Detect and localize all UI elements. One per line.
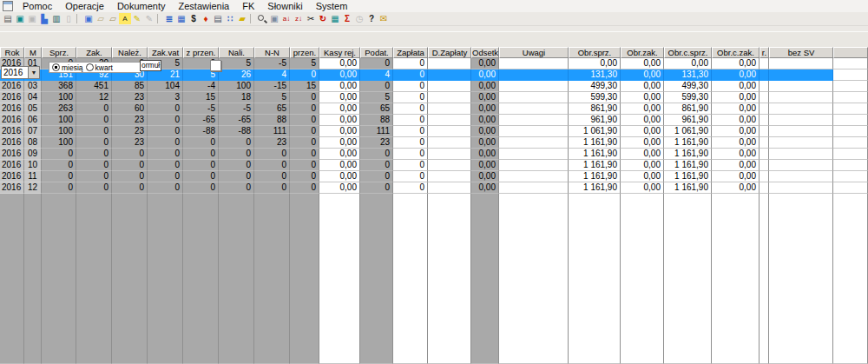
grid-cell[interactable]: 0 — [290, 115, 319, 126]
grid-cell[interactable]: 0,00 — [621, 160, 664, 171]
grid-cell[interactable]: 0,00 — [621, 126, 664, 137]
grid-cell[interactable]: 0 — [290, 160, 319, 171]
menu-item-zestawienia[interactable]: Zestawienia — [173, 1, 237, 11]
grid-cell[interactable]: 10 — [24, 160, 42, 171]
grid-cell[interactable]: 0,00 — [319, 69, 360, 81]
grid-cell[interactable]: 0,00 — [712, 126, 760, 137]
grid-cell[interactable]: 0,00 — [712, 58, 760, 69]
grid-cell[interactable] — [769, 103, 833, 115]
menu-item-pomoc[interactable]: Pomoc — [16, 1, 59, 11]
menu-item-system[interactable]: System — [310, 1, 355, 11]
grid-cell[interactable]: 65 — [360, 103, 393, 115]
col-header-uwagi[interactable]: Uwagi — [499, 47, 569, 58]
grid-cell[interactable]: 0 — [360, 171, 393, 182]
grid-cell[interactable]: 131,30 — [569, 69, 621, 81]
grid-cell[interactable]: 0 — [183, 182, 219, 194]
combobox-dropdown-icon[interactable]: ▼ — [28, 66, 40, 79]
grid-cell[interactable]: 12 — [24, 182, 42, 194]
grid-cell[interactable]: 07 — [24, 126, 42, 137]
grid-cell[interactable]: 3 — [148, 92, 183, 103]
grid-cell[interactable] — [833, 126, 868, 137]
grid-cell[interactable]: -65 — [219, 115, 254, 126]
grid-cell[interactable] — [760, 58, 769, 69]
grid-cell[interactable]: 4 — [254, 69, 290, 81]
grid-cell[interactable]: 03 — [24, 81, 42, 92]
grid-cell[interactable]: 0 — [76, 171, 112, 182]
grid-cell[interactable] — [769, 126, 833, 137]
grid-cell[interactable] — [428, 58, 471, 69]
grid-cell[interactable] — [760, 137, 769, 149]
folder-open-icon[interactable]: ▱ — [107, 13, 119, 24]
grid-cell[interactable]: 0,00 — [621, 182, 664, 194]
grid-cell[interactable] — [760, 126, 769, 137]
grid-cell[interactable]: 0,00 — [471, 81, 499, 92]
grid-cell[interactable] — [499, 137, 569, 149]
grid-cell[interactable]: 0 — [393, 92, 428, 103]
grid-cell[interactable]: 131,30 — [664, 69, 712, 81]
grid-cell[interactable] — [760, 92, 769, 103]
grid-cell[interactable]: 0,00 — [319, 81, 360, 92]
grid-cell[interactable]: 0 — [393, 126, 428, 137]
grid-cell[interactable]: 0,00 — [712, 92, 760, 103]
grid-cell[interactable]: 0 — [148, 126, 183, 137]
grid-cell[interactable] — [760, 81, 769, 92]
cardfile-icon[interactable]: ▤ — [212, 13, 224, 24]
grid-cell[interactable]: 60 — [112, 103, 148, 115]
grid-cell[interactable]: 2016 — [0, 182, 24, 194]
menu-item-fk[interactable]: FK — [236, 1, 261, 11]
grid-cell[interactable]: 11 — [24, 171, 42, 182]
grid-cell[interactable]: 1 161,90 — [664, 171, 712, 182]
grid-cell[interactable] — [769, 69, 833, 81]
grid-cell[interactable]: 0,00 — [712, 69, 760, 81]
grid-cell[interactable]: 0 — [254, 160, 290, 171]
grid-cell[interactable]: 23 — [112, 126, 148, 137]
grid-cell[interactable]: 0,00 — [712, 149, 760, 160]
col-header-nali[interactable]: Nali. — [219, 47, 254, 58]
grid-cell[interactable]: 2016 — [0, 92, 24, 103]
grid-cell[interactable] — [769, 58, 833, 69]
grid-cell[interactable]: 23 — [112, 92, 148, 103]
grid-cell[interactable]: 499,30 — [569, 81, 621, 92]
col-header-podat[interactable]: Podat. — [360, 47, 393, 58]
grid-cell[interactable]: 5 — [290, 58, 319, 69]
col-header-d-zapłaty[interactable]: D.Zapłaty — [428, 47, 471, 58]
grid-cell[interactable] — [499, 171, 569, 182]
col-header-m[interactable]: M — [24, 47, 42, 58]
period-radio-month-icon[interactable] — [52, 63, 60, 71]
grid-cell[interactable]: 0,00 — [712, 182, 760, 194]
grid-cell[interactable]: 0 — [360, 58, 393, 69]
window-icon[interactable] — [3, 1, 13, 11]
grid-cell[interactable] — [760, 69, 769, 81]
grid-cell[interactable]: 0,00 — [471, 103, 499, 115]
grid-cell[interactable]: 599,30 — [569, 92, 621, 103]
col-header-odsetki[interactable]: Odsetki — [471, 47, 499, 58]
grid-cell[interactable]: 1 061,90 — [664, 126, 712, 137]
grid-cell[interactable] — [428, 81, 471, 92]
grid-cell[interactable] — [769, 115, 833, 126]
grid-cell[interactable] — [769, 81, 833, 92]
grid-cell[interactable]: 23 — [360, 137, 393, 149]
grid-cell[interactable] — [769, 160, 833, 171]
grid-cell[interactable]: 0 — [42, 160, 76, 171]
grid-cell[interactable]: 0,00 — [319, 92, 360, 103]
grid-cell[interactable] — [833, 103, 868, 115]
grid-cell[interactable]: 0 — [148, 160, 183, 171]
sigma-icon[interactable]: Σ — [341, 13, 353, 24]
grid-cell[interactable]: 263 — [42, 103, 76, 115]
grid-cell[interactable]: 2016 — [0, 171, 24, 182]
grid-cell[interactable]: 0,00 — [621, 149, 664, 160]
grid-cell[interactable]: 0,00 — [621, 115, 664, 126]
grid-cell[interactable]: 100 — [42, 115, 76, 126]
grid-cell[interactable]: -5 — [183, 103, 219, 115]
grid-cell[interactable]: 1 161,90 — [569, 182, 621, 194]
grid-cell[interactable]: 1 161,90 — [569, 160, 621, 171]
grid-cell[interactable]: 06 — [24, 115, 42, 126]
grid-cell[interactable]: 23 — [254, 137, 290, 149]
grid-cell[interactable]: 0 — [148, 171, 183, 182]
col-header-n-n[interactable]: N-N — [254, 47, 290, 58]
grid-cell[interactable]: 4 — [360, 69, 393, 81]
grid-cell[interactable]: 0 — [148, 149, 183, 160]
col-header-r[interactable]: r. — [760, 47, 769, 58]
grid-cell[interactable] — [760, 171, 769, 182]
grid-cell[interactable]: 1 161,90 — [664, 149, 712, 160]
